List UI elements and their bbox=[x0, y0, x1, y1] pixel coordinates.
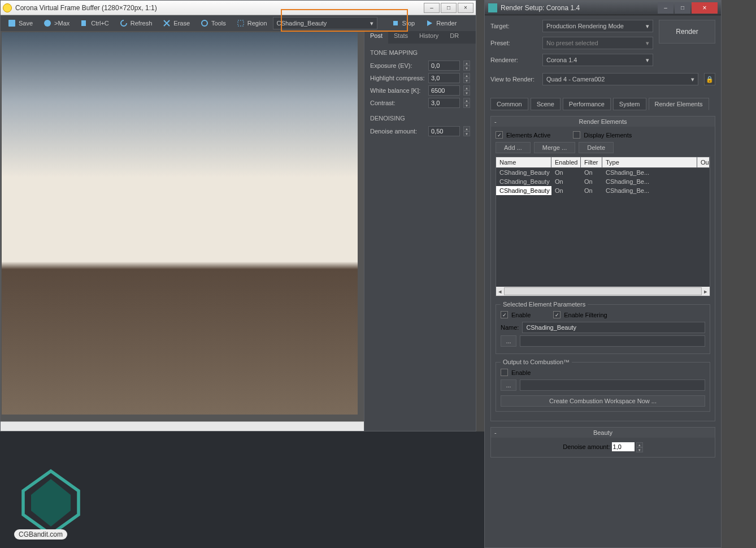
selparams-legend: Selected Element Parameters bbox=[501, 301, 588, 308]
view-select[interactable]: Quad 4 - Camera002▾ bbox=[542, 73, 698, 85]
target-label: Target: bbox=[490, 23, 537, 29]
channel-dropdown[interactable]: CShading_Beauty▾ bbox=[273, 17, 377, 29]
vfb-window: Corona Virtual Frame Buffer (1280×720px,… bbox=[0, 0, 476, 432]
exposure-label: Exposure (EV): bbox=[370, 62, 425, 69]
tab-common[interactable]: Common bbox=[490, 98, 528, 110]
contrast-label: Contrast: bbox=[370, 100, 425, 106]
delete-button[interactable]: Delete bbox=[579, 142, 614, 153]
teapot-icon bbox=[488, 3, 497, 12]
beauty-denoise-spinner[interactable]: ▲▼ bbox=[636, 442, 643, 452]
highlight-spinner[interactable]: ▲▼ bbox=[463, 73, 470, 83]
render-button[interactable]: Render bbox=[420, 17, 461, 29]
create-workspace-button[interactable]: Create Combustion Workspace Now ... bbox=[501, 395, 705, 407]
elements-table: Name Enabled Filter Type Ou CShading_Bea… bbox=[496, 157, 710, 296]
minimize-button[interactable]: – bbox=[424, 3, 440, 13]
watermark-label: CGBandit.com bbox=[14, 529, 67, 540]
chevron-down-icon: ▾ bbox=[646, 40, 649, 47]
enable-check[interactable]: ✓ bbox=[501, 311, 508, 318]
chevron-down-icon: ▾ bbox=[646, 57, 649, 64]
col-enabled[interactable]: Enabled bbox=[551, 157, 581, 167]
element-name-input[interactable] bbox=[522, 322, 705, 333]
renderer-select[interactable]: Corona 1.4▾ bbox=[542, 54, 653, 66]
preset-select[interactable]: No preset selected▾ bbox=[542, 37, 653, 49]
combustion-path-button[interactable]: ... bbox=[501, 379, 516, 391]
ctrlc-button[interactable]: Ctrl+C bbox=[75, 17, 113, 29]
merge-button[interactable]: Merge ... bbox=[534, 142, 575, 153]
tab-performance[interactable]: Performance bbox=[563, 98, 611, 110]
wb-spinner[interactable]: ▲▼ bbox=[463, 85, 470, 96]
horizontal-scrollbar[interactable] bbox=[1, 421, 364, 431]
vfb-side-panel: Post Stats History DR TONE MAPPING Expos… bbox=[364, 31, 476, 431]
render-viewport[interactable] bbox=[1, 31, 364, 421]
save-icon bbox=[7, 19, 16, 28]
refresh-icon bbox=[119, 19, 128, 28]
table-row[interactable]: CShading_BeautyOnOnCShading_Be... bbox=[496, 177, 710, 186]
exposure-spinner[interactable]: ▲▼ bbox=[463, 61, 470, 71]
col-filter[interactable]: Filter bbox=[581, 157, 602, 167]
tone-mapping-title: TONE MAPPING bbox=[364, 44, 476, 59]
stop-button[interactable]: Stop bbox=[386, 17, 420, 29]
tab-scene[interactable]: Scene bbox=[531, 98, 561, 110]
beauty-rollout-head[interactable]: -Beauty bbox=[491, 428, 715, 438]
tab-system[interactable]: System bbox=[613, 98, 646, 110]
max-icon bbox=[43, 19, 52, 28]
rs-close-button[interactable]: × bbox=[692, 2, 718, 14]
combustion-path-input[interactable] bbox=[520, 379, 705, 391]
rs-minimize-button[interactable]: – bbox=[658, 2, 674, 14]
path-button[interactable]: ... bbox=[501, 335, 516, 347]
rs-title: Render Setup: Corona 1.4 bbox=[501, 4, 658, 12]
save-button[interactable]: Save bbox=[3, 17, 37, 29]
add-button[interactable]: Add ... bbox=[496, 142, 531, 153]
svg-rect-4 bbox=[238, 20, 244, 26]
elements-active-check[interactable]: ✓ bbox=[496, 131, 503, 139]
region-button[interactable]: Region bbox=[232, 17, 272, 29]
maximize-button[interactable]: □ bbox=[441, 3, 457, 13]
denoising-title: DENOISING bbox=[364, 109, 476, 125]
table-row-selected[interactable]: CShading_BeautyOnOnCShading_Be... bbox=[496, 186, 710, 195]
preset-label: Preset: bbox=[490, 40, 537, 46]
lock-button[interactable]: 🔒 bbox=[704, 73, 715, 85]
erase-button[interactable]: Erase bbox=[158, 17, 194, 29]
highlight-input[interactable]: 3,0 bbox=[428, 73, 460, 83]
wb-input[interactable]: 6500 bbox=[428, 85, 460, 96]
exposure-input[interactable]: 0,0 bbox=[428, 61, 460, 71]
rs-maximize-button[interactable]: □ bbox=[675, 2, 690, 14]
tools-button[interactable]: Tools bbox=[195, 17, 231, 29]
svg-rect-2 bbox=[81, 20, 86, 26]
refresh-button[interactable]: Refresh bbox=[115, 17, 157, 29]
rs-title-bar[interactable]: Render Setup: Corona 1.4 – □ × bbox=[485, 1, 721, 15]
elements-rollout-head[interactable]: -Render Elements bbox=[491, 116, 715, 127]
display-elements-label: Display Elements bbox=[584, 132, 632, 139]
enable-filter-check[interactable]: ✓ bbox=[553, 311, 561, 318]
tab-history[interactable]: History bbox=[414, 31, 444, 44]
col-type[interactable]: Type bbox=[602, 157, 697, 167]
tab-render-elements[interactable]: Render Elements bbox=[649, 98, 709, 110]
beauty-denoise-input[interactable]: 1,0 bbox=[612, 442, 635, 451]
tab-dr[interactable]: DR bbox=[444, 31, 464, 44]
contrast-spinner[interactable]: ▲▼ bbox=[463, 98, 470, 108]
elements-active-label: Elements Active bbox=[506, 132, 550, 139]
table-row[interactable]: CShading_BeautyOnOnCShading_Be... bbox=[496, 168, 710, 177]
highlight-label: Highlight compress: bbox=[370, 75, 425, 81]
col-out[interactable]: Ou bbox=[697, 157, 710, 167]
denoise-spinner[interactable]: ▲▼ bbox=[463, 126, 470, 136]
path-input[interactable] bbox=[520, 335, 705, 347]
name-label: Name: bbox=[501, 324, 519, 331]
chevron-down-icon: ▾ bbox=[691, 76, 694, 83]
renderer-label: Renderer: bbox=[490, 57, 537, 63]
tab-stats[interactable]: Stats bbox=[388, 31, 414, 44]
contrast-input[interactable]: 3,0 bbox=[428, 98, 460, 108]
col-name[interactable]: Name bbox=[496, 157, 551, 167]
rs-render-button[interactable]: Render bbox=[659, 20, 715, 44]
combustion-enable-check[interactable] bbox=[501, 369, 508, 376]
vfb-title-bar[interactable]: Corona Virtual Frame Buffer (1280×720px,… bbox=[1, 1, 476, 15]
table-hscroll[interactable]: ◂▸ bbox=[496, 287, 710, 296]
display-elements-check[interactable] bbox=[573, 131, 580, 139]
close-button[interactable]: × bbox=[458, 3, 473, 13]
target-select[interactable]: Production Rendering Mode▾ bbox=[542, 20, 653, 32]
denoise-label: Denoise amount: bbox=[370, 128, 425, 135]
max-button[interactable]: >Max bbox=[38, 17, 74, 29]
denoise-input[interactable]: 0,50 bbox=[428, 126, 460, 136]
combustion-legend: Output to Combustion™ bbox=[501, 359, 572, 365]
tab-post[interactable]: Post bbox=[364, 31, 388, 44]
